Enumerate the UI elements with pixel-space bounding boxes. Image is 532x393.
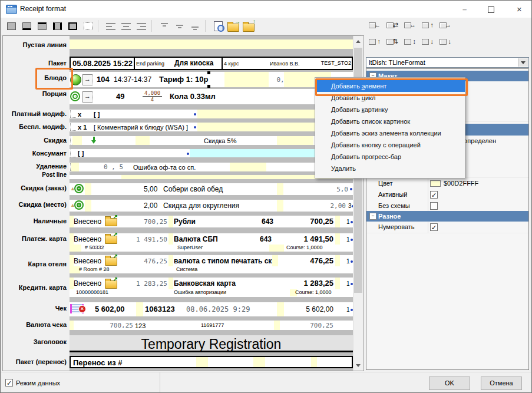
- context-menu-item[interactable]: Добавить кнопку с операцией: [315, 139, 465, 151]
- border-full-button[interactable]: [65, 19, 80, 33]
- folder-import-button[interactable]: [242, 19, 256, 33]
- cash-row[interactable]: Внесено700,25Рубли643700,251: [70, 216, 353, 227]
- context-menu-item[interactable]: Добавить картинку: [315, 104, 465, 115]
- border-dotted-button[interactable]: [81, 19, 95, 33]
- property-checkbox[interactable]: ✓: [430, 191, 438, 199]
- package-wrap-row[interactable]: Перенос из #: [70, 356, 353, 368]
- discount-row[interactable]: Скидка 5%: [70, 136, 353, 145]
- arrange-stretch-v-button[interactable]: ↕: [402, 37, 417, 49]
- arrange-space-h-button[interactable]: ↑: [420, 20, 434, 32]
- payment-card-text: 643: [260, 236, 272, 243]
- align-right-button[interactable]: [134, 19, 148, 33]
- grid-section-header[interactable]: Разное: [366, 211, 528, 222]
- ok-button[interactable]: OK: [429, 377, 470, 390]
- dish-sphere-icon: [70, 74, 81, 85]
- maximize-button[interactable]: [478, 1, 504, 18]
- empty-cell: [168, 216, 173, 227]
- arrange-stretch-h-button[interactable]: ↔: [402, 20, 417, 32]
- property-label: Нумеровать: [378, 223, 415, 230]
- property-value[interactable]: $00D2FFFF: [444, 180, 478, 187]
- discount-text: Скидка 5%: [204, 137, 236, 144]
- order-discount-row[interactable]: 5,00Собери свой обед5,0: [70, 183, 353, 195]
- row-label: Блюдо: [2, 74, 67, 82]
- border-flat-button[interactable]: [4, 19, 18, 33]
- consumer-text: [ ]: [78, 150, 84, 157]
- minimize-button[interactable]: –: [451, 1, 478, 18]
- dish-row[interactable]: 10414:37-14:37Тариф 1: 10р0,00: [70, 72, 353, 87]
- empty-cell: [272, 255, 278, 266]
- header-line-text: Temporary Registration: [70, 337, 353, 352]
- post-line-row[interactable]: [70, 175, 353, 179]
- hotel-card-text: 476,25: [123, 258, 167, 265]
- chevron-down-icon[interactable]: [518, 58, 528, 67]
- property-label: Активный: [378, 191, 407, 198]
- grid-row[interactable]: Без схемы: [366, 200, 528, 212]
- folder-export-button[interactable]: [226, 19, 240, 33]
- credit-card-row[interactable]: Внесено1 283,25Банковская карта1 283,251…: [70, 278, 353, 297]
- selection-handle[interactable]: [207, 85, 210, 88]
- package-row[interactable]: 05.08.2025 15:22End parkingДля киоска4 к…: [70, 57, 353, 70]
- grid-row[interactable]: Активный✓: [366, 189, 528, 201]
- border-top-button[interactable]: [35, 19, 49, 33]
- paid-modifier-row[interactable]: x[ ]: [70, 110, 353, 118]
- valign-top-button[interactable]: [157, 19, 171, 33]
- check-currency-row[interactable]: 700,2512311691777700,25: [70, 321, 353, 330]
- context-menu-item[interactable]: Добавить эскиз элемента коллекции: [315, 127, 465, 139]
- row-label: Пакет: [2, 59, 67, 67]
- preview-icon: [214, 21, 223, 31]
- context-menu-item[interactable]: Удалить: [315, 163, 465, 174]
- valign-middle-button[interactable]: [173, 19, 187, 33]
- check-row[interactable]: 5 602,00106312308.06.2025 9:295 602,001: [70, 302, 353, 316]
- close-button[interactable]: ×: [506, 1, 532, 18]
- toolbar-separator: [151, 20, 152, 32]
- header-line-row[interactable]: Temporary Registration: [70, 335, 353, 352]
- valign-bottom-button[interactable]: [188, 19, 202, 33]
- arrange-swap-v-button[interactable]: ⇅: [385, 37, 399, 49]
- blank-line-row[interactable]: [70, 39, 353, 49]
- cancel-button[interactable]: Отмена: [481, 377, 522, 390]
- align-left-button[interactable]: [104, 19, 118, 33]
- empty-cell: [136, 302, 143, 316]
- empty-cell: [230, 163, 266, 171]
- preview-button[interactable]: [211, 19, 225, 33]
- context-menu-item[interactable]: Добавить цикл: [315, 92, 465, 104]
- scroll-down-icon[interactable]: [353, 361, 363, 370]
- maximize-icon: [488, 6, 494, 13]
- payment-card-row[interactable]: Внесено1 491,50Валюта СБП6431 491,501# 5…: [70, 233, 353, 252]
- arrange-left-button[interactable]: ←: [367, 20, 381, 32]
- context-menu-item[interactable]: Добавить элемент: [315, 80, 465, 92]
- order-discount-text: Собери свой обед: [163, 186, 223, 193]
- scroll-up-icon[interactable]: [353, 37, 363, 46]
- property-checkbox[interactable]: [430, 202, 438, 210]
- place-discount-row[interactable]: 2,00Скидка для округления2,003: [70, 200, 353, 212]
- arrange-up-button[interactable]: ↑: [367, 37, 381, 49]
- consumer-row[interactable]: [ ]: [70, 149, 353, 157]
- portion-row[interactable]: 494,0004Кола 0.33мл: [70, 89, 353, 104]
- payment-card-text: Course: 1,0000: [286, 245, 323, 251]
- context-menu-item[interactable]: Добавить прогресс-бар: [315, 151, 465, 163]
- border-bottom-button[interactable]: [19, 19, 34, 33]
- deletion-row[interactable]: 0 , 5Ошибка оф-та со сп.: [70, 163, 353, 171]
- empty-cell: [70, 321, 74, 330]
- field-divider: [222, 58, 223, 69]
- object-selector[interactable]: ltDish: TLineFormat: [366, 57, 529, 68]
- free-modifier-text: x 1: [78, 124, 87, 131]
- valign-bottom-icon: [190, 22, 200, 31]
- hotel-card-row[interactable]: Внесено476,25валюта с типом печатать ск4…: [70, 255, 353, 273]
- context-menu-item[interactable]: Добавить список картинок: [315, 115, 465, 127]
- arrange-swap-h-button[interactable]: ⇄: [385, 20, 399, 32]
- grid-row[interactable]: Нумеровать✓: [366, 222, 528, 233]
- empty-cell: [224, 72, 269, 87]
- arrange-space-v-button[interactable]: ↓: [420, 37, 434, 49]
- property-checkbox[interactable]: ✓: [430, 223, 438, 231]
- align-center-button[interactable]: [119, 19, 133, 33]
- free-modifier-row[interactable]: x 1[ Комментарий к блюду (WSA) ]: [70, 123, 353, 131]
- arrange-right-button[interactable]: →: [438, 20, 452, 32]
- arrange-down-button[interactable]: ↓: [438, 37, 452, 49]
- border-sides-button[interactable]: [50, 19, 64, 33]
- empty-cell: [277, 136, 313, 145]
- data-mode-checkbox[interactable]: ✓: [5, 379, 13, 387]
- selection-handle[interactable]: [207, 71, 210, 74]
- hotel-card-text: # Room # 28: [79, 267, 110, 273]
- grid-row[interactable]: Цвет$00D2FFFF: [366, 178, 528, 190]
